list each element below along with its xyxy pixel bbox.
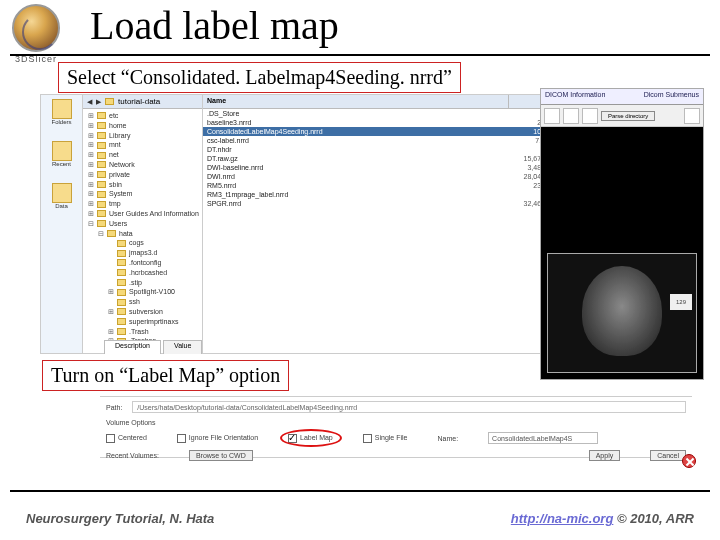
toolbar-icon[interactable] [684, 108, 700, 124]
opt-label-map[interactable]: Label Map [288, 434, 333, 443]
file-row[interactable]: csc-label.nrrd7.5 [203, 136, 549, 145]
volume-options-label: Volume Options [106, 419, 686, 426]
volume-options-panel: Path: /Users/hata/Desktop/tutorial-data/… [100, 396, 692, 458]
footer-link[interactable]: http://na-mic.org [511, 511, 614, 526]
file-row-selected[interactable]: ConsolidatedLabelMap4Seeding.nrrd101 [203, 127, 549, 136]
dicom-submenu-label: Dicom Submenus [644, 91, 699, 102]
close-icon[interactable] [682, 454, 696, 468]
tab-value[interactable]: Value [163, 340, 202, 354]
col-name[interactable]: Name [203, 95, 509, 108]
brain-slice-view[interactable]: 129 [547, 253, 697, 373]
place-data[interactable]: Data [46, 183, 78, 219]
tree-current: tutorial-data [118, 97, 160, 106]
fwd-icon[interactable]: ▶ [96, 98, 101, 106]
footer-right: http://na-mic.org © 2010, ARR [511, 511, 694, 526]
recent-volumes-label: Recent Volumes: [106, 452, 159, 459]
file-row[interactable]: baseline3.nrrd25 [203, 118, 549, 127]
name-label: Name: [437, 435, 458, 442]
opt-single-file[interactable]: Single File [363, 434, 408, 443]
file-row[interactable]: .DS_Store7 [203, 109, 549, 118]
file-list: Name .DS_Store7 baseline3.nrrd25 Consoli… [203, 95, 549, 353]
parse-directory-button[interactable]: Parse directory [601, 111, 655, 121]
browse-cwd-button[interactable]: Browse to CWD [189, 450, 253, 461]
file-row[interactable]: DT.raw.gz15,673 [203, 154, 549, 163]
file-open-dialog: Folders Recent Data ◀▶tutorial-data ⊞etc… [40, 94, 550, 354]
toolbar-icon[interactable] [582, 108, 598, 124]
file-row[interactable]: DWI.nrrd28,043 [203, 172, 549, 181]
path-label: Path: [106, 404, 122, 411]
file-row[interactable]: DT.nhdr [203, 145, 549, 154]
opt-ignore-orientation[interactable]: Ignore File Orientation [177, 434, 258, 443]
highlight-circle-icon [280, 429, 342, 447]
viewer-panel: DICOM Information Dicom Submenus Parse d… [540, 88, 704, 380]
app-logo [12, 4, 60, 52]
toolbar-icon[interactable] [544, 108, 560, 124]
cancel-button[interactable]: Cancel [650, 450, 686, 461]
path-field[interactable]: /Users/hata/Desktop/tutorial-data/Consol… [132, 401, 686, 413]
callout-label-map: Turn on “Label Map” option [42, 360, 289, 391]
name-field[interactable]: ConsolidatedLabelMap4S [488, 432, 598, 444]
callout-select-file: Select “Consolidated. Labelmap4Seeding. … [58, 62, 461, 93]
place-folders[interactable]: Folders [46, 99, 78, 135]
folder-tree[interactable]: ◀▶tutorial-data ⊞etc ⊞home ⊞Library ⊞mnt… [83, 95, 203, 353]
back-icon[interactable]: ◀ [87, 98, 92, 106]
footer-left: Neurosurgery Tutorial, N. Hata [26, 511, 214, 526]
tab-description[interactable]: Description [104, 340, 161, 354]
file-row[interactable]: SPGR.nrrd32,461 [203, 199, 549, 208]
places-sidebar: Folders Recent Data [41, 95, 83, 353]
slide-title: Load label map [90, 2, 339, 49]
place-recent[interactable]: Recent [46, 141, 78, 177]
opt-centered[interactable]: Centered [106, 434, 147, 443]
slice-index-badge: 129 [670, 294, 692, 310]
file-row[interactable]: RM3_t1mprage_label.nrrd7 [203, 190, 549, 199]
dicom-info-label: DICOM Information [545, 91, 605, 102]
apply-button[interactable]: Apply [589, 450, 621, 461]
divider [10, 490, 710, 492]
file-row[interactable]: DWI-baseline.nrrd3,483 [203, 163, 549, 172]
toolbar-icon[interactable] [563, 108, 579, 124]
divider [10, 54, 710, 56]
file-row[interactable]: RM5.nrrd238 [203, 181, 549, 190]
